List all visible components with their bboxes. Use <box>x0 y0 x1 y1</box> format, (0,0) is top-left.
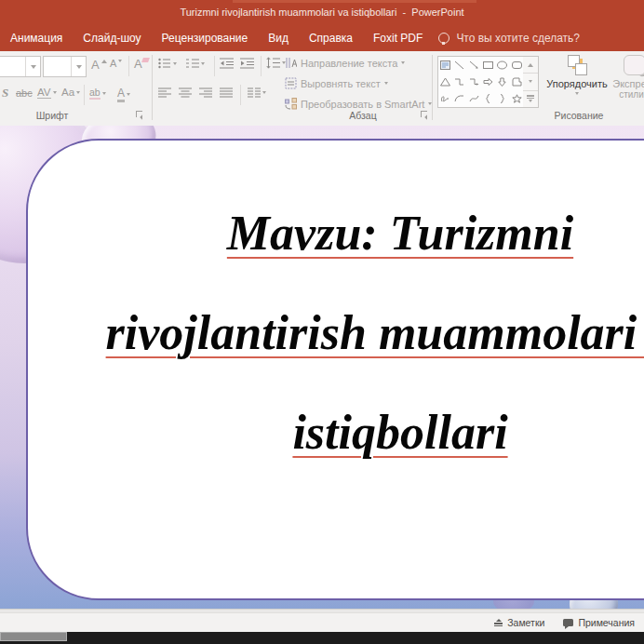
strikethrough-icon: abc <box>16 87 33 99</box>
rounded-rectangle-shape-icon[interactable] <box>510 57 524 74</box>
text-direction-button[interactable]: Направление текста <box>285 57 405 69</box>
right-brace-shape-icon[interactable] <box>495 90 509 107</box>
titlebar-glint <box>233 0 476 3</box>
combo-chevron-icon <box>25 57 40 76</box>
corner-shape-icon[interactable] <box>510 74 524 90</box>
arc-shape-icon[interactable] <box>452 90 466 107</box>
gallery-more-button[interactable] <box>523 91 538 107</box>
oval-shape-icon[interactable] <box>495 57 509 74</box>
title-textbox[interactable]: Mavzu: Turizmni rivojlantirish muammolar… <box>0 183 644 482</box>
line-spacing-button[interactable] <box>266 57 286 69</box>
group-divider <box>432 55 433 120</box>
arrow-shape-icon[interactable] <box>467 57 481 74</box>
elbow-arrow-connector-icon[interactable] <box>467 74 481 90</box>
statusbar: Заметки Примечания <box>0 612 644 632</box>
change-case-button[interactable]: Aa <box>61 87 80 98</box>
tab-foxit-pdf[interactable]: Foxit PDF <box>363 25 433 51</box>
font-color-icon: A <box>117 87 125 102</box>
comment-bubble-icon <box>563 619 573 626</box>
align-left-button[interactable] <box>158 87 171 98</box>
slide-canvas[interactable]: Mavzu: Turizmni rivojlantirish muammolar… <box>0 126 644 609</box>
line-spacing-icon <box>266 57 280 69</box>
clear-formatting-icon: A <box>134 57 142 71</box>
text-direction-icon <box>285 57 297 69</box>
comments-toggle-button[interactable]: Примечания <box>563 617 635 628</box>
tab-slideshow[interactable]: Слайд-шоу <box>73 25 151 51</box>
down-caret-icon <box>127 93 130 96</box>
smartart-icon <box>285 98 297 110</box>
combo-chevron-icon <box>71 57 86 76</box>
align-text-icon <box>285 77 297 89</box>
up-caret-icon <box>101 60 107 63</box>
down-caret-icon <box>529 100 532 102</box>
clear-formatting-button[interactable]: A <box>134 57 149 71</box>
font-color-button[interactable]: A <box>117 87 130 102</box>
justify-button[interactable] <box>220 87 233 98</box>
up-caret-icon <box>528 63 533 67</box>
down-arrow-shape-icon[interactable] <box>495 74 509 90</box>
right-arrow-shape-icon[interactable] <box>481 74 495 90</box>
down-caret-icon <box>201 62 205 65</box>
align-center-button[interactable] <box>179 87 192 98</box>
paragraph-group-label: Абзац <box>330 110 396 121</box>
line-shape-icon[interactable] <box>452 57 466 74</box>
numbering-button[interactable] <box>186 58 205 69</box>
elbow-connector-icon[interactable] <box>452 74 466 90</box>
increase-indent-button[interactable] <box>240 58 254 69</box>
title-line-3: istiqbollari <box>0 382 644 482</box>
shrink-font-icon: A <box>110 58 116 69</box>
font-name-combo[interactable] <box>0 56 41 77</box>
gallery-scroll-up-button[interactable] <box>523 57 538 74</box>
triangle-shape-icon[interactable] <box>438 74 452 90</box>
tab-animation[interactable]: Анимация <box>0 25 73 51</box>
highlight-color-button[interactable]: ab <box>89 87 106 100</box>
character-spacing-button[interactable]: AV <box>37 87 57 99</box>
quick-styles-label-1: Экспресс <box>612 78 644 89</box>
rectangle-shape-icon[interactable] <box>481 57 495 74</box>
down-caret-icon <box>102 92 106 95</box>
shapes-gallery-scrollbar[interactable] <box>523 56 539 108</box>
strikethrough-button[interactable]: abc <box>16 87 33 99</box>
left-brace-shape-icon[interactable] <box>481 90 495 107</box>
increase-indent-icon <box>240 58 254 69</box>
tell-me-box[interactable]: Что вы хотите сделать? <box>438 32 580 45</box>
text-direction-label: Направление текста <box>301 58 397 69</box>
gallery-scroll-down-button[interactable] <box>523 74 538 90</box>
curve-shape-icon[interactable] <box>467 90 481 107</box>
tab-view[interactable]: Вид <box>258 25 299 51</box>
convert-smartart-button[interactable]: Преобразовать в SmartArt <box>285 98 432 110</box>
align-right-button[interactable] <box>199 87 212 98</box>
text-shadow-button[interactable]: S <box>2 86 8 101</box>
paragraph-dialog-launcher[interactable] <box>421 111 429 119</box>
character-spacing-icon: AV <box>37 87 51 99</box>
align-text-button[interactable]: Выровнять текст <box>285 77 388 89</box>
grow-font-icon: A <box>91 58 100 72</box>
shapes-gallery[interactable] <box>437 56 525 108</box>
align-left-icon <box>158 87 171 98</box>
tab-review[interactable]: Рецензирование <box>152 25 259 51</box>
text-box-shape-icon[interactable] <box>438 57 452 74</box>
smartart-label: Преобразовать в SmartArt <box>301 99 424 110</box>
font-size-combo[interactable] <box>43 56 87 77</box>
ribbon: A A A S abc AV Aa ab A Шрифт <box>0 51 644 127</box>
quick-styles-button[interactable]: Экспресс стили <box>607 55 644 101</box>
font-dialog-launcher[interactable] <box>136 111 144 119</box>
align-center-icon <box>179 87 192 98</box>
titlebar: Turizmni rivojlantirish muammolari va is… <box>0 0 644 25</box>
grow-font-button[interactable]: A <box>91 58 107 72</box>
align-right-icon <box>199 87 212 98</box>
scribble-shape-icon[interactable] <box>438 90 452 107</box>
tab-help[interactable]: Справка <box>299 25 363 51</box>
decrease-indent-button[interactable] <box>220 58 234 69</box>
star-shape-icon[interactable] <box>510 90 524 107</box>
down-caret-icon <box>529 80 532 83</box>
down-caret-icon <box>401 61 405 64</box>
down-caret-icon <box>262 91 266 94</box>
down-caret-icon <box>384 82 388 85</box>
comments-label: Примечания <box>578 617 635 628</box>
bullets-button[interactable] <box>158 58 177 69</box>
columns-button[interactable] <box>248 87 266 98</box>
arrange-button[interactable]: Упорядочить <box>547 55 607 95</box>
shrink-font-button[interactable]: A <box>110 58 122 69</box>
notes-toggle-button[interactable]: Заметки <box>494 617 544 628</box>
